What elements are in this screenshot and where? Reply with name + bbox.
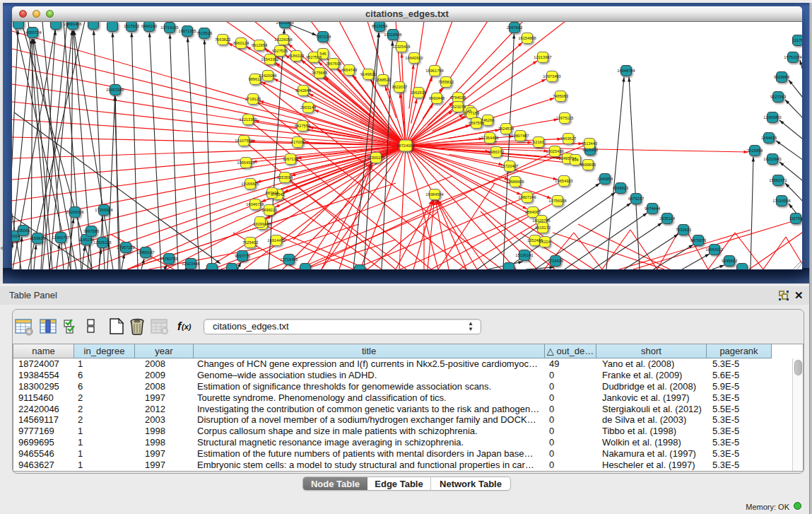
svg-text:7625402: 7625402 [242, 240, 258, 245]
svg-text:19654923: 19654923 [555, 179, 572, 183]
svg-text:546: 546 [319, 52, 326, 56]
svg-text:2867608: 2867608 [326, 62, 341, 66]
svg-text:1588520: 1588520 [375, 78, 391, 82]
svg-text:904: 904 [572, 158, 579, 162]
svg-text:6897568: 6897568 [469, 121, 484, 125]
svg-text:7632621: 7632621 [676, 228, 691, 232]
svg-text:1621075: 1621075 [450, 105, 466, 109]
svg-text:7955812: 7955812 [438, 80, 454, 84]
svg-text:17359924: 17359924 [95, 208, 112, 212]
svg-text:16107552: 16107552 [235, 139, 252, 143]
svg-text:9699695: 9699695 [580, 163, 596, 167]
svg-text:8938923: 8938923 [613, 186, 628, 190]
svg-text:12923448: 12923448 [182, 262, 199, 266]
svg-text:10807487: 10807487 [511, 134, 529, 138]
svg-text:3824534: 3824534 [498, 127, 514, 131]
svg-text:15300275: 15300275 [367, 156, 384, 160]
svg-text:8471676: 8471676 [690, 238, 706, 243]
svg-text:9657771: 9657771 [235, 254, 250, 258]
svg-text:15692971: 15692971 [769, 178, 787, 182]
svg-text:16648784: 16648784 [617, 69, 635, 73]
svg-text:21364436: 21364436 [481, 136, 498, 140]
svg-text:7485063: 7485063 [553, 94, 568, 98]
svg-text:9513440: 9513440 [582, 141, 597, 146]
svg-text:8960124: 8960124 [233, 41, 249, 45]
svg-text:3822037: 3822037 [392, 85, 407, 89]
svg-text:8186323: 8186323 [288, 54, 304, 58]
svg-text:22420046: 22420046 [259, 74, 276, 78]
svg-text:16640910: 16640910 [405, 56, 423, 60]
svg-text:9227343: 9227343 [770, 95, 786, 99]
svg-text:8990448: 8990448 [429, 96, 445, 100]
svg-text:17016504: 17016504 [772, 199, 790, 203]
svg-text:10719155: 10719155 [160, 25, 178, 30]
svg-text:16099489: 16099489 [253, 222, 271, 226]
svg-text:9329966: 9329966 [774, 75, 789, 79]
svg-text:9463627: 9463627 [560, 136, 576, 141]
svg-text:9146821: 9146821 [360, 72, 376, 76]
svg-text:18807249: 18807249 [518, 195, 536, 199]
svg-text:9242848: 9242848 [295, 88, 311, 93]
svg-text:3215958: 3215958 [747, 148, 763, 153]
svg-text:6794028: 6794028 [450, 95, 466, 100]
svg-text:8454749: 8454749 [341, 68, 357, 72]
svg-text:16543382: 16543382 [261, 57, 278, 62]
svg-text:16046738: 16046738 [246, 202, 264, 206]
svg-text:15720407: 15720407 [500, 164, 518, 168]
svg-text:1640954: 1640954 [597, 177, 613, 181]
svg-text:19384554: 19384554 [425, 192, 443, 197]
svg-text:25224: 25224 [539, 240, 551, 244]
svg-text:16033809: 16033809 [276, 22, 293, 25]
svg-text:14055724: 14055724 [23, 30, 41, 35]
svg-text:16210643: 16210643 [763, 157, 781, 161]
svg-text:9474444: 9474444 [645, 206, 660, 211]
svg-text:18120746: 18120746 [532, 218, 550, 223]
svg-text:417006: 417006 [291, 140, 305, 144]
svg-text:6879197: 6879197 [628, 197, 644, 201]
svg-text:12093853: 12093853 [763, 115, 781, 119]
svg-text:9777169: 9777169 [464, 111, 479, 115]
svg-text:2803144: 2803144 [300, 105, 316, 110]
svg-text:17957253: 17957253 [117, 245, 134, 250]
svg-text:20691406: 20691406 [64, 22, 81, 26]
svg-text:12342737: 12342737 [52, 235, 69, 240]
svg-text:11178: 11178 [793, 38, 802, 42]
svg-text:10688609: 10688609 [506, 180, 524, 184]
svg-text:15751074: 15751074 [784, 55, 801, 59]
svg-text:20053346: 20053346 [106, 88, 124, 92]
svg-text:11325419: 11325419 [393, 45, 411, 49]
svg-text:15716485: 15716485 [280, 257, 298, 262]
svg-text:1244415: 1244415 [761, 136, 777, 140]
svg-text:15136141: 15136141 [515, 253, 533, 257]
svg-text:2935114: 2935114 [659, 216, 675, 221]
svg-text:12213967: 12213967 [534, 55, 551, 59]
svg-text:16782759: 16782759 [160, 257, 177, 261]
svg-text:13226058: 13226058 [274, 37, 292, 42]
svg-text:1353594: 1353594 [277, 175, 293, 180]
svg-text:7515526: 7515526 [196, 31, 212, 35]
svg-text:1615172: 1615172 [535, 226, 551, 230]
svg-text:10756928: 10756928 [548, 199, 566, 203]
svg-text:16154808: 16154808 [518, 36, 536, 40]
svg-text:6466160: 6466160 [141, 24, 157, 28]
svg-text:9115460: 9115460 [582, 148, 598, 152]
svg-text:1156829: 1156829 [30, 236, 45, 240]
svg-text:3267130: 3267130 [283, 157, 298, 161]
svg-text:7357224: 7357224 [315, 35, 331, 39]
svg-text:39154: 39154 [12, 234, 20, 238]
svg-text:2718126: 2718126 [245, 97, 261, 101]
svg-text:16914479: 16914479 [267, 238, 285, 243]
svg-text:(x): (x) [182, 322, 192, 331]
svg-text:3675685: 3675685 [312, 71, 327, 75]
svg-text:19218506: 19218506 [384, 33, 401, 37]
svg-text:9327505: 9327505 [272, 49, 288, 53]
svg-text:10025438: 10025438 [546, 149, 563, 153]
svg-text:8813054: 8813054 [372, 24, 387, 28]
svg-text:2087682: 2087682 [507, 25, 522, 30]
svg-text:887834: 887834 [266, 191, 279, 195]
svg-text:10958147: 10958147 [136, 250, 154, 255]
svg-text:19654913: 19654913 [237, 160, 254, 165]
svg-text:2986372: 2986372 [488, 150, 504, 154]
svg-text:1562615: 1562615 [411, 90, 426, 95]
svg-text:7663822: 7663822 [215, 37, 230, 42]
